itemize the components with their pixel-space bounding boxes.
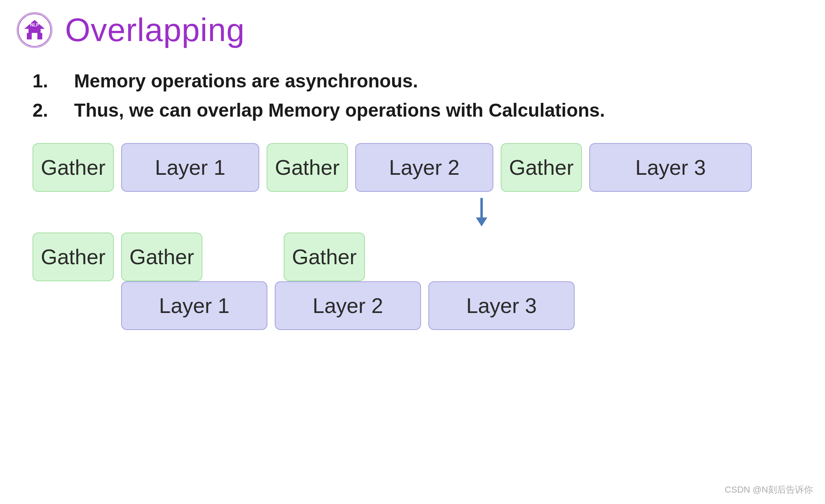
bottom-layer-2: Layer 2 — [275, 281, 421, 330]
list-item-2: 2. Thus, we can overlap Memory operation… — [33, 98, 792, 123]
header: NLP Overlapping — [0, 0, 825, 57]
content-area: 1. Memory operations are asynchronous. 2… — [0, 57, 825, 330]
list-item-1: 1. Memory operations are asynchronous. — [33, 69, 792, 93]
list-container: 1. Memory operations are asynchronous. 2… — [33, 69, 792, 123]
list-number-2: 2. — [33, 100, 48, 121]
list-text-2: Thus, we can overlap Memory operations w… — [74, 100, 605, 121]
top-layer-3: Layer 3 — [589, 143, 752, 192]
bottom-gather-row: Gather Gather Gather — [33, 232, 792, 281]
diagram-section: Gather Layer 1 Gather Layer 2 Gather Lay… — [33, 143, 792, 330]
top-gather-2: Gather — [267, 143, 348, 192]
top-layer-1: Layer 1 — [121, 143, 259, 192]
watermark: CSDN @N刻后告诉你 — [725, 484, 813, 496]
bottom-gather-1: Gather — [33, 232, 114, 281]
list-number-1: 1. — [33, 70, 48, 91]
list-text-1: Memory operations are asynchronous. — [74, 70, 418, 91]
bottom-layer-row: Layer 1 Layer 2 Layer 3 — [33, 281, 792, 330]
top-gather-3: Gather — [501, 143, 582, 192]
page-title: Overlapping — [65, 11, 245, 49]
bottom-gather-2: Gather — [121, 232, 202, 281]
logo-icon: NLP — [16, 12, 53, 48]
svg-rect-5 — [32, 33, 37, 39]
svg-text:NLP: NLP — [30, 22, 39, 27]
svg-marker-8 — [476, 217, 487, 226]
top-layer-2: Layer 2 — [355, 143, 493, 192]
bottom-section: Gather Gather Gather Layer 1 L — [33, 232, 792, 330]
bottom-gather-3: Gather — [284, 232, 365, 281]
top-gather-1: Gather — [33, 143, 114, 192]
bottom-layer-3: Layer 3 — [428, 281, 575, 330]
bottom-layer-1: Layer 1 — [121, 281, 267, 330]
down-arrow — [33, 192, 792, 232]
top-row: Gather Layer 1 Gather Layer 2 Gather Lay… — [33, 143, 792, 192]
